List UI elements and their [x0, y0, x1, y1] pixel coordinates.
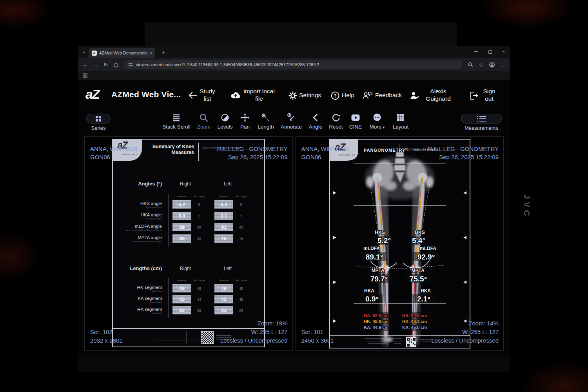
back-arrow-icon[interactable] [188, 91, 198, 99]
annotate-icon [286, 113, 296, 123]
svg-text:HKA: HKA [364, 288, 374, 294]
feedback-button[interactable]: Feedback [375, 91, 402, 99]
measure-value-field[interactable]: 2.1 [214, 212, 233, 220]
measure-value-field[interactable]: 75 [214, 234, 233, 243]
browser-toolbar-right: ☆ ⋮ [468, 62, 506, 67]
svg-text:HK: 48.0 cm: HK: 48.0 cm [364, 319, 388, 324]
svg-text:HK: 48.3 cm: HK: 48.3 cm [402, 319, 427, 324]
maximize-icon[interactable] [488, 50, 492, 54]
svg-text:aZ: aZ [85, 87, 100, 102]
svg-text:MPTA: MPTA [411, 268, 424, 273]
study-list-button[interactable]: Study list [197, 87, 218, 102]
sign-out-button[interactable]: Sign out [481, 87, 498, 102]
new-tab-button[interactable]: + [162, 49, 165, 56]
cloud-upload-icon[interactable] [230, 91, 241, 99]
tab-close-icon[interactable]: × [150, 51, 152, 55]
svg-text:0.9°: 0.9° [365, 295, 378, 303]
measure-value-field[interactable]: 92 [172, 306, 191, 314]
series-overlay: Ser: 101 [301, 328, 324, 335]
forward-icon[interactable]: → [93, 62, 98, 67]
app-title: AZMed Web Vie... [111, 90, 181, 99]
site-settings-icon[interactable] [128, 62, 133, 67]
measurements-toggle[interactable] [461, 114, 502, 123]
measure-value-field[interactable]: 89 [172, 223, 191, 231]
settings-button[interactable]: Settings [299, 91, 321, 99]
series-overlay: Ser: 102 [90, 328, 113, 335]
measure-value-field[interactable]: 5.2 [172, 200, 191, 209]
home-icon[interactable] [113, 62, 119, 67]
back-icon[interactable]: ← [82, 62, 88, 67]
help-icon[interactable]: ? [330, 91, 340, 100]
zoom-overlay: Zoom: 14% [468, 320, 499, 327]
patient-name-overlay: ANNA, WINTOUR [301, 145, 349, 152]
footer-divider [187, 331, 187, 344]
angles-col-right: Right [172, 181, 199, 187]
compression-overlay: Lossless / Uncompressed [431, 337, 499, 344]
feedback-icon[interactable] [363, 91, 373, 100]
measure-value-field[interactable]: 45 [214, 295, 233, 303]
close-window-icon[interactable]: × [502, 50, 505, 54]
profile-avatar-icon[interactable] [489, 62, 495, 67]
study-overlay: FULL LEG - GONOMETRY [427, 145, 499, 152]
row-label: mLDFA angle [113, 224, 162, 229]
tab-search-chevron-icon[interactable] [82, 50, 86, 54]
reload-icon[interactable]: ↻ [103, 62, 108, 67]
xray-image: HKS 5.2° HKS 5.4° mLDFA 89.1° mLDFA 92.9… [329, 139, 470, 348]
import-local-file-button[interactable]: import local file [240, 87, 278, 102]
svg-text:mLDFA: mLDFA [420, 246, 436, 251]
compression-overlay: Lossless / Uncompressed [220, 337, 288, 344]
svg-text:89.1°: 89.1° [365, 253, 383, 261]
tool-layout[interactable]: Layout [383, 113, 419, 130]
address-bar[interactable]: viewer.azmed.co/viewer/1.2.840.113564.99… [124, 60, 463, 69]
measure-value-field[interactable]: 93 [214, 223, 233, 231]
browser-tab[interactable]: a AZMed Web Demonstration × [89, 48, 155, 58]
help-button[interactable]: Help [342, 91, 354, 99]
series-label: Series [86, 125, 111, 131]
report-page: aZ measure Summary of Knee Measures Stud… [112, 139, 265, 347]
measure-value-field[interactable]: 80 [172, 234, 191, 243]
zoom-page-icon[interactable] [468, 62, 473, 67]
bookmarks-bar [78, 71, 510, 80]
minimize-icon[interactable] [474, 51, 478, 52]
series-toggle[interactable] [86, 114, 111, 123]
gear-icon[interactable] [288, 91, 298, 100]
svg-text:MPTA: MPTA [371, 268, 384, 273]
app-nav-bar: aZ AZMed Web Vie... Study list import lo… [78, 80, 510, 110]
viewport-left[interactable]: aZ measure Summary of Knee Measures Stud… [84, 136, 293, 351]
svg-text:?: ? [334, 93, 336, 99]
sign-out-icon[interactable] [469, 91, 479, 100]
svg-text:HA: 92.5 cm: HA: 92.5 cm [364, 313, 388, 318]
matrix-overlay: 2032 x 2801 [90, 337, 123, 344]
length-icon [261, 113, 271, 123]
azmed-logo-icon: aZ [85, 87, 108, 102]
measure-value-field[interactable]: 48 [214, 284, 233, 292]
apps-grid-icon[interactable] [83, 73, 87, 78]
measurements-label: Measurements [452, 125, 510, 131]
study-overlay: FULL LEG - GONOMETRY [216, 145, 288, 152]
window-controls: × [474, 49, 505, 55]
more-icon [372, 113, 382, 123]
monitor-reflection [145, 22, 457, 47]
svg-text:5.4°: 5.4° [412, 236, 425, 245]
measure-value-field[interactable]: 0.9 [172, 212, 191, 220]
svg-text:92.9°: 92.9° [417, 253, 435, 261]
user-menu[interactable]: Alexis Guignard [423, 87, 454, 102]
measure-value-field[interactable]: 48 [172, 284, 191, 292]
browser-menu-icon[interactable]: ⋮ [500, 62, 506, 67]
svg-text:75.5°: 75.5° [409, 275, 427, 283]
measure-value-field[interactable]: 5.4 [214, 200, 233, 209]
svg-text:KA: 45.0 cm: KA: 45.0 cm [402, 325, 427, 330]
study-datetime-overlay: Sep 26, 2025 15:22:09 [228, 154, 288, 160]
lengths-divider [169, 278, 169, 318]
user-check-icon[interactable] [410, 91, 420, 100]
svg-text:KA: 44.6 cm: KA: 44.6 cm [364, 325, 388, 330]
bookmark-star-icon[interactable]: ☆ [479, 62, 484, 67]
measure-value-field[interactable]: 93 [214, 306, 233, 314]
svg-text:5.2°: 5.2° [377, 236, 390, 245]
measure-value-field[interactable]: 45 [172, 295, 191, 303]
window-level-overlay: W: 255 L: 127 [251, 328, 287, 335]
viewport-right[interactable]: HKS 5.2° HKS 5.4° mLDFA 89.1° mLDFA 92.9… [296, 136, 504, 351]
svg-text:2.1°: 2.1° [417, 295, 430, 303]
azmed-viewer-app: aZ AZMed Web Vie... Study list import lo… [78, 80, 510, 356]
angles-divider [169, 194, 169, 247]
